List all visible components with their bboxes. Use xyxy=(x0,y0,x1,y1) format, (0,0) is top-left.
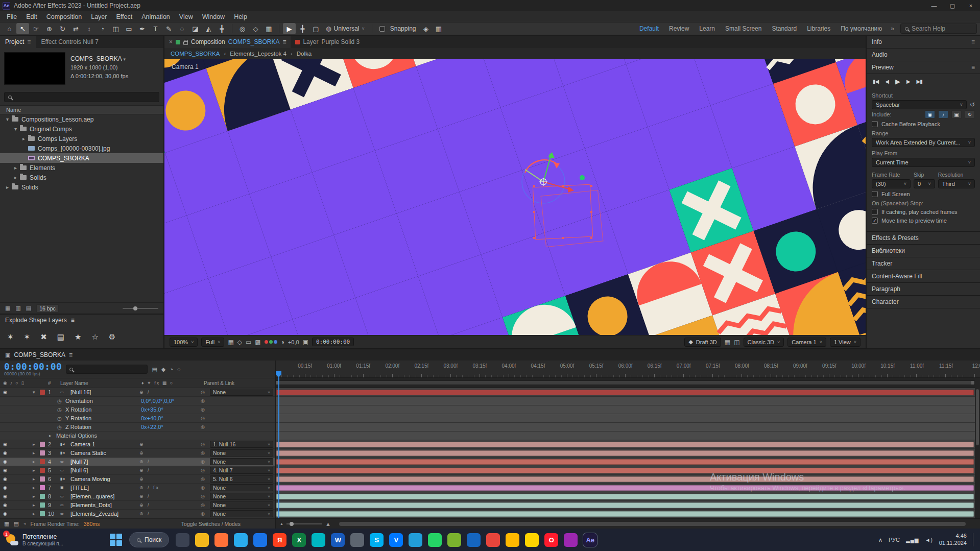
orbit-camera-tool-icon[interactable]: ↻ xyxy=(56,23,69,34)
type-tool-icon[interactable]: T xyxy=(149,23,162,34)
track-row[interactable] xyxy=(276,388,975,397)
previous-frame-button[interactable]: ◀ xyxy=(885,79,889,84)
thumbnail-size-slider[interactable] xyxy=(123,308,158,309)
motion-blur-icon[interactable]: ◌ xyxy=(177,366,181,372)
cache-loop-icon[interactable]: ↻ xyxy=(965,110,975,118)
camera-dropdown[interactable]: Camera 1˅ xyxy=(787,338,826,347)
play-from-dropdown[interactable]: Current Time˅ xyxy=(872,158,975,167)
layer-duration-bar[interactable] xyxy=(276,476,974,482)
home-tool-icon[interactable]: ⌂ xyxy=(3,23,16,34)
property-value[interactable]: 0x+35,0° xyxy=(141,406,201,413)
explode-star-filled-icon[interactable]: ★ xyxy=(75,332,81,342)
taskbar-widgets-icon[interactable] xyxy=(176,533,189,547)
pickwhip-icon[interactable]: ◎ xyxy=(201,398,210,403)
panel-header-libraries[interactable]: Библиотеки xyxy=(867,245,980,257)
menu-composition[interactable]: Composition xyxy=(42,13,86,20)
brush-tool-icon[interactable]: ✎ xyxy=(162,23,175,34)
track-row[interactable] xyxy=(276,501,975,510)
panel-menu-icon[interactable]: ≡ xyxy=(971,64,975,71)
eye-icon[interactable]: ◉ xyxy=(0,390,33,395)
show-desktop-button[interactable] xyxy=(973,533,975,546)
draft-3d-icon[interactable]: ◆ xyxy=(161,366,165,373)
roto-brush-tool-icon[interactable]: ◭ xyxy=(202,23,215,34)
pan-behind-tool-icon[interactable]: ◫ xyxy=(109,23,122,34)
layer-row-8[interactable]: ◉▸8▭[Elemen...quares]⊕ /◎None˅ xyxy=(0,492,275,501)
shortcut-dropdown[interactable]: Spacebar˅ xyxy=(872,100,967,109)
property-row-z-rotation[interactable]: ◷Z Rotation0x+22,0°◎ xyxy=(0,423,275,432)
menu-effect[interactable]: Effect xyxy=(111,13,137,20)
project-item-elements[interactable]: ▸Elements xyxy=(0,163,163,173)
first-frame-button[interactable]: ▮◀ xyxy=(873,79,878,84)
layer-row-5[interactable]: ◉▸5▭[Null 6]⊕ /◎4. Null 7˅ xyxy=(0,466,275,475)
layer-row-9[interactable]: ◉▸9▭[Elements_Dots]⊕ /◎None˅ xyxy=(0,501,275,510)
eye-icon[interactable]: ◉ xyxy=(0,459,33,464)
region-of-interest-icon[interactable]: ▭ xyxy=(246,339,251,346)
menu-help[interactable]: Help xyxy=(229,13,252,20)
list-view-icon[interactable]: ▥ xyxy=(15,305,20,312)
taskbar-vk-icon[interactable]: V xyxy=(389,533,403,547)
pickwhip-icon[interactable]: ◎ xyxy=(201,442,210,447)
taskbar-telegram-icon[interactable] xyxy=(234,533,248,547)
close-button[interactable]: × xyxy=(962,0,980,11)
twirl-closed-icon[interactable]: ▸ xyxy=(33,502,40,508)
zoom-tool-icon[interactable]: ⊕ xyxy=(43,23,56,34)
layer-name[interactable]: [Null 6] xyxy=(70,467,139,473)
layer-duration-bar[interactable] xyxy=(276,468,974,473)
play-button[interactable]: ▶ xyxy=(895,78,900,85)
parent-link-dropdown[interactable]: None˅ xyxy=(210,389,273,396)
taskbar-app-green-icon[interactable] xyxy=(447,533,461,547)
panel-menu-icon[interactable]: ≡ xyxy=(69,351,73,358)
taskbar-explorer-icon[interactable] xyxy=(195,533,209,547)
track-row[interactable] xyxy=(276,423,975,432)
horizontal-scrollbar[interactable] xyxy=(339,522,966,526)
layer-name[interactable]: Camera 1 xyxy=(70,441,139,447)
label-color-chip[interactable] xyxy=(40,494,45,499)
project-item-comps-layers[interactable]: ▸Comps Layers xyxy=(0,134,163,143)
eye-icon[interactable]: ◉ xyxy=(0,502,33,508)
explode-x-icon[interactable]: ✖ xyxy=(40,332,47,342)
time-ruler[interactable]: 00:15f01:00f01:15f02:00f02:15f03:00f03:1… xyxy=(276,361,980,378)
taskbar-browser-orange-icon[interactable] xyxy=(214,533,228,547)
breadcrumb-precomp[interactable]: Elements_Lepestok 4 xyxy=(230,51,286,57)
hand-tool-icon[interactable]: ☞ xyxy=(30,23,42,34)
parent-link-dropdown[interactable]: None˅ xyxy=(210,501,273,509)
bit-depth-button[interactable]: 16 bpc xyxy=(36,304,59,313)
explode-star-outline-icon[interactable]: ☆ xyxy=(91,332,98,342)
renderer-dropdown[interactable]: Classic 3D˅ xyxy=(744,338,784,347)
panel-header-info[interactable]: Info≡ xyxy=(867,36,980,48)
switches-column-header[interactable]: ♦ ✦ fx ▦ ○ xyxy=(141,380,203,386)
toggle-switches-modes-button[interactable]: Toggle Switches / Modes xyxy=(181,521,241,527)
lock-column-icon[interactable]: ▯ xyxy=(21,380,24,386)
project-item-comps-00000-00300-jpg[interactable]: Comps_[00000-00300].jpg xyxy=(0,143,163,153)
layer-switches[interactable]: ⊕ xyxy=(139,476,201,482)
taskbar-opera-icon[interactable]: O xyxy=(544,533,558,547)
timeline-search-input[interactable] xyxy=(66,365,148,374)
pickwhip-icon[interactable]: ◎ xyxy=(201,511,210,516)
label-color-chip[interactable] xyxy=(40,450,45,456)
layer-switches[interactable]: ⊕ / xyxy=(139,390,201,395)
twirl-open-icon[interactable]: ▾ xyxy=(33,390,40,395)
workspace-review[interactable]: Review xyxy=(664,25,694,32)
layer-switches[interactable]: ⊕ / xyxy=(139,511,201,516)
stopwatch-icon[interactable]: ◷ xyxy=(57,416,65,421)
pickwhip-icon[interactable]: ◎ xyxy=(201,390,210,395)
include-overlays-icon[interactable]: ▣ xyxy=(951,110,962,118)
pickwhip-icon[interactable]: ◎ xyxy=(201,416,210,421)
name-column-header[interactable]: Name xyxy=(0,105,163,114)
label-color-chip[interactable] xyxy=(40,468,45,473)
view-layout-icon[interactable]: ◫ xyxy=(734,339,739,346)
label-color-chip[interactable] xyxy=(40,511,45,516)
mask-visibility-icon[interactable]: ◇ xyxy=(237,339,242,346)
parent-link-dropdown[interactable]: 5. Null 6˅ xyxy=(210,475,273,483)
workspace-small-screen[interactable]: Small Screen xyxy=(721,25,766,32)
maximize-button[interactable]: ▢ xyxy=(943,0,962,11)
parent-link-dropdown[interactable]: None˅ xyxy=(210,449,273,457)
mask-icon[interactable]: ◇ xyxy=(249,23,262,34)
track-row[interactable] xyxy=(276,397,975,405)
menu-edit[interactable]: Edit xyxy=(21,13,42,20)
language-indicator[interactable]: РУС xyxy=(889,537,900,543)
thumbnail-view-icon[interactable]: ▦ xyxy=(5,305,10,312)
menu-view[interactable]: View xyxy=(175,13,198,20)
taskbar-after-effects-icon[interactable]: Ae xyxy=(583,533,597,547)
twirl-closed-icon[interactable]: ▸ xyxy=(33,476,40,482)
